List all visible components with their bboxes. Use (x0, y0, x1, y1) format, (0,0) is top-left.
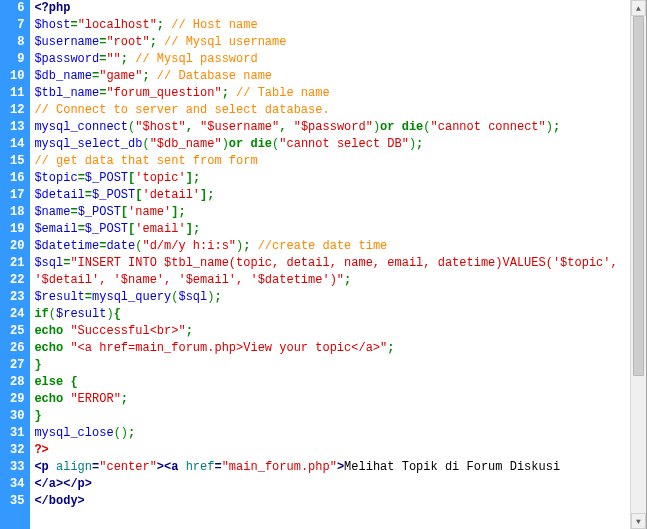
token-semi: ; (193, 171, 200, 185)
token-str: "main_forum.php" (222, 460, 337, 474)
code-line[interactable]: $result=mysql_query($sql); (34, 289, 630, 306)
token-op: , (186, 120, 193, 134)
token-tag: > (157, 460, 164, 474)
token-semi: ; (207, 188, 214, 202)
token-tag: </body> (34, 494, 84, 508)
code-line[interactable]: $detail=$_POST['detail']; (34, 187, 630, 204)
token-str: "localhost" (78, 18, 157, 32)
code-area[interactable]: <?php$host="localhost"; // Host name$use… (30, 0, 630, 529)
token-str: "cannot select DB" (279, 137, 409, 151)
token-str: 'name' (128, 205, 171, 219)
token-text (286, 120, 293, 134)
line-number: 32 (10, 442, 24, 459)
line-number: 22 (10, 272, 24, 289)
code-editor: 6789101112131415161718192021222324252627… (0, 0, 647, 529)
token-text (193, 120, 200, 134)
code-line[interactable]: $username="root"; // Mysql username (34, 34, 630, 51)
vertical-scrollbar[interactable]: ▲ ▼ (630, 0, 646, 529)
token-semi: ; (142, 69, 149, 83)
token-paren: ) (106, 307, 113, 321)
code-line[interactable]: </body> (34, 493, 630, 510)
token-semi: ; (344, 273, 351, 287)
token-var: $result (56, 307, 106, 321)
token-str: "root" (106, 35, 149, 49)
token-fn: mysql_close (34, 426, 113, 440)
token-kw: or (229, 137, 243, 151)
token-brace: { (70, 375, 77, 389)
token-str: "center" (99, 460, 157, 474)
token-var: $_POST (85, 222, 128, 236)
code-line[interactable]: <?php (34, 0, 630, 17)
token-semi: ; (157, 18, 164, 32)
token-tag: > (337, 460, 344, 474)
code-line[interactable]: // Connect to server and select database… (34, 102, 630, 119)
token-op: = (70, 205, 77, 219)
code-line[interactable]: mysql_select_db("$db_name")or die("canno… (34, 136, 630, 153)
token-tag: </a></p> (34, 477, 92, 491)
scroll-up-arrow-icon[interactable]: ▲ (631, 0, 646, 16)
token-text: Melihat Topik di Forum Diskusi (344, 460, 560, 474)
code-line[interactable]: // get data that sent from form (34, 153, 630, 170)
token-str: "<a href=main_forum.php>View your topic<… (70, 341, 387, 355)
code-line[interactable]: echo "ERROR"; (34, 391, 630, 408)
token-kw: die (402, 120, 424, 134)
code-line[interactable]: $tbl_name="forum_question"; // Table nam… (34, 85, 630, 102)
line-number: 21 (10, 255, 24, 272)
token-var: $email (34, 222, 77, 236)
token-brack: ] (186, 222, 193, 236)
code-line[interactable]: $email=$_POST['email']; (34, 221, 630, 238)
token-str: "$db_name" (150, 137, 222, 151)
scroll-down-arrow-icon[interactable]: ▼ (631, 513, 646, 529)
code-line[interactable]: $topic=$_POST['topic']; (34, 170, 630, 187)
code-line[interactable]: echo "<a href=main_forum.php>View your t… (34, 340, 630, 357)
token-brace: } (34, 409, 41, 423)
line-number: 31 (10, 425, 24, 442)
token-kw: echo (34, 392, 63, 406)
line-number: 25 (10, 323, 24, 340)
token-semi: ; (150, 35, 157, 49)
code-line[interactable]: echo "Successful<br>"; (34, 323, 630, 340)
code-line[interactable]: mysql_connect("$host", "$username", "$pa… (34, 119, 630, 136)
token-attr: align (56, 460, 92, 474)
code-line[interactable]: ?> (34, 442, 630, 459)
token-var: $sql (178, 290, 207, 304)
token-str: "INSERT INTO $tbl_name(topic, detail, na… (70, 256, 617, 270)
token-text (250, 239, 257, 253)
code-line[interactable]: $host="localhost"; // Host name (34, 17, 630, 34)
token-text (157, 35, 164, 49)
code-line[interactable]: else { (34, 374, 630, 391)
code-line[interactable]: } (34, 357, 630, 374)
code-line[interactable]: $db_name="game"; // Database name (34, 68, 630, 85)
code-line[interactable]: <p align="center"><a href="main_forum.ph… (34, 459, 630, 476)
code-line[interactable]: mysql_close(); (34, 425, 630, 442)
token-var: $detail (34, 188, 84, 202)
line-number: 35 (10, 493, 24, 510)
code-line[interactable]: '$detail', '$name', '$email', '$datetime… (34, 272, 630, 289)
token-var: $username (34, 35, 99, 49)
token-op: = (78, 171, 85, 185)
code-line[interactable]: if($result){ (34, 306, 630, 323)
code-line[interactable]: $datetime=date("d/m/y h:i:s"); //create … (34, 238, 630, 255)
token-tag: = (214, 460, 221, 474)
token-op: = (78, 222, 85, 236)
line-number: 23 (10, 289, 24, 306)
token-var: $_POST (92, 188, 135, 202)
token-semi: ; (416, 137, 423, 151)
token-str: '$detail', '$name', '$email', '$datetime… (34, 273, 344, 287)
token-op: = (85, 290, 92, 304)
token-str: "" (106, 52, 120, 66)
scroll-thumb[interactable] (633, 16, 644, 376)
code-line[interactable]: $password=""; // Mysql password (34, 51, 630, 68)
code-line[interactable]: </a></p> (34, 476, 630, 493)
token-semi: ; (387, 341, 394, 355)
token-var: $result (34, 290, 84, 304)
code-line[interactable]: $name=$_POST['name']; (34, 204, 630, 221)
token-cmt: // Mysql username (164, 35, 286, 49)
code-line[interactable]: } (34, 408, 630, 425)
token-semi: ; (178, 205, 185, 219)
line-number: 9 (10, 51, 24, 68)
scroll-track[interactable] (631, 16, 646, 513)
code-line[interactable]: $sql="INSERT INTO $tbl_name(topic, detai… (34, 255, 630, 272)
line-number: 10 (10, 68, 24, 85)
token-var: $db_name (34, 69, 92, 83)
